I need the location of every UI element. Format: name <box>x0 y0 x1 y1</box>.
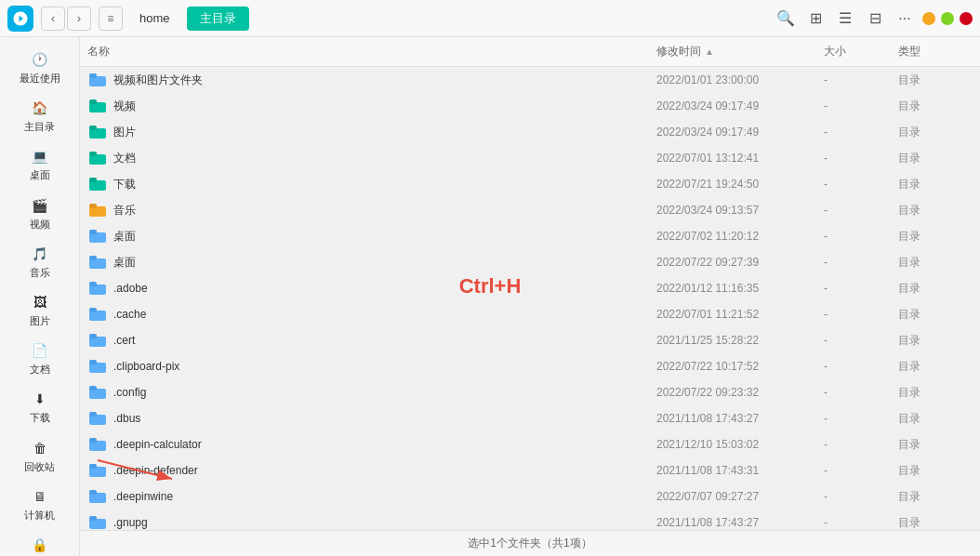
file-size: - <box>824 360 898 373</box>
file-type: 目录 <box>898 151 973 166</box>
file-name: 文档 <box>113 151 656 166</box>
tab-home[interactable]: home <box>126 7 183 29</box>
file-name: 视频和图片文件夹 <box>113 73 656 88</box>
more-button[interactable]: ··· <box>893 7 917 31</box>
col-mtime-header[interactable]: 修改时间 ▲ <box>656 44 824 60</box>
file-type: 目录 <box>898 281 973 297</box>
sidebar-label-docs: 文档 <box>30 364 50 376</box>
svg-rect-15 <box>89 256 97 260</box>
svg-rect-33 <box>89 490 97 495</box>
table-row[interactable]: .cert 2021/11/25 15:28:22 - 目录 <box>80 327 980 353</box>
grid-view-button[interactable]: ⊞ <box>803 7 828 31</box>
file-size: - <box>824 99 898 113</box>
sidebar-item-video[interactable]: 🎬视频 <box>4 190 75 236</box>
file-size: - <box>824 516 898 529</box>
folder-icon <box>87 96 108 116</box>
file-name: .clipboard-pix <box>113 360 656 373</box>
svg-rect-13 <box>89 230 97 234</box>
table-row[interactable]: 下载 2022/07/21 19:24:50 - 目录 <box>80 171 980 197</box>
close-button[interactable] <box>960 12 973 25</box>
table-row[interactable]: .deepinwine 2022/07/07 09:27:27 - 目录 <box>80 483 980 510</box>
file-name: 视频 <box>113 99 656 114</box>
file-size: - <box>824 282 898 295</box>
sidebar-label-desktop: 桌面 <box>30 169 50 181</box>
svg-rect-11 <box>89 204 97 208</box>
table-row[interactable]: .clipboard-pix 2022/07/22 10:17:52 - 目录 <box>80 353 980 379</box>
folder-icon <box>87 200 108 220</box>
file-type: 目录 <box>898 177 973 192</box>
file-name: .adobe <box>113 282 656 295</box>
table-row[interactable]: 视频 2022/03/24 09:17:49 - 目录 <box>80 93 980 119</box>
file-size: - <box>824 412 898 425</box>
table-row[interactable]: 文档 2022/07/01 13:12:41 - 目录 <box>80 145 980 171</box>
table-row[interactable]: .cache 2022/07/01 11:21:52 - 目录 <box>80 301 980 327</box>
maximize-button[interactable] <box>941 12 954 25</box>
file-mtime: 2022/07/01 11:21:52 <box>656 308 824 321</box>
table-row[interactable]: .adobe 2022/01/12 11:16:35 - 目录 <box>80 275 980 301</box>
table-row[interactable]: .deepin-calculator 2021/12/10 15:03:02 -… <box>80 431 980 457</box>
table-row[interactable]: 视频和图片文件夹 2022/01/01 23:00:00 - 目录 <box>80 67 980 93</box>
table-row[interactable]: .config 2022/07/22 09:23:32 - 目录 <box>80 379 980 405</box>
svg-rect-25 <box>89 386 97 391</box>
minimize-button[interactable] <box>922 12 935 25</box>
file-list: 视频和图片文件夹 2022/01/01 23:00:00 - 目录 视频 202… <box>80 67 980 530</box>
content-area: 名称 修改时间 ▲ 大小 类型 视频和图片文件夹 2022/01/01 23:0… <box>80 37 980 556</box>
folder-icon <box>87 434 108 455</box>
sidebar-item-home[interactable]: 🏠主目录 <box>4 92 75 139</box>
file-type: 目录 <box>898 255 973 271</box>
table-row[interactable]: .gnupg 2021/11/08 17:43:27 - 目录 <box>80 510 980 530</box>
file-name: .cert <box>113 334 656 347</box>
table-row[interactable]: 音乐 2022/03/24 09:13:57 - 目录 <box>80 197 980 223</box>
file-type: 目录 <box>898 333 973 349</box>
sidebar: 🕐最近使用🏠主目录💻桌面🎬视频🎵音乐🖼图片📄文档⬇下载🗑回收站🖥计算机🔒保险箱💽… <box>0 37 80 556</box>
folder-icon <box>87 70 108 90</box>
file-name: .dbus <box>113 412 656 425</box>
folder-icon <box>87 486 108 507</box>
sidebar-item-pictures[interactable]: 🖼图片 <box>4 286 75 333</box>
table-row[interactable]: 桌面 2022/07/02 11:20:12 - 目录 <box>80 223 980 249</box>
list-view-button[interactable]: ☰ <box>833 7 857 31</box>
svg-rect-1 <box>89 73 97 78</box>
folder-icon <box>87 408 108 429</box>
file-name: .deepin-defender <box>113 464 656 477</box>
downloads-icon: ⬇ <box>30 389 50 409</box>
tab-main[interactable]: 主目录 <box>187 7 249 31</box>
table-row[interactable]: 图片 2022/03/24 09:17:49 - 目录 <box>80 119 980 145</box>
sidebar-item-desktop[interactable]: 💻桌面 <box>4 140 75 187</box>
table-row[interactable]: .dbus 2021/11/08 17:43:27 - 目录 <box>80 405 980 431</box>
file-type: 目录 <box>898 359 973 375</box>
svg-rect-17 <box>89 282 97 286</box>
file-type: 目录 <box>898 385 973 401</box>
sidebar-item-trash[interactable]: 🗑回收站 <box>4 432 75 479</box>
sidebar-item-computer[interactable]: 🖥计算机 <box>4 481 75 527</box>
status-text: 选中1个文件夹（共1项） <box>468 536 591 551</box>
sidebar-item-docs[interactable]: 📄文档 <box>4 335 75 381</box>
table-row[interactable]: .deepin-defender 2021/11/08 17:43:31 - 目… <box>80 457 980 483</box>
file-type: 目录 <box>898 229 973 245</box>
file-type: 目录 <box>898 125 973 140</box>
app-logo <box>7 6 33 32</box>
tab-menu-button[interactable]: ≡ <box>99 7 123 31</box>
file-size: - <box>824 438 898 451</box>
table-row[interactable]: 桌面 2022/07/22 09:27:39 - 目录 <box>80 249 980 275</box>
file-type: 目录 <box>898 515 973 531</box>
folder-icon <box>87 330 108 351</box>
svg-rect-3 <box>89 99 97 104</box>
sidebar-item-vault[interactable]: 🔒保险箱 <box>4 529 75 556</box>
file-size: - <box>824 152 898 165</box>
detail-view-button[interactable]: ⊟ <box>863 7 887 31</box>
col-size-header: 大小 <box>824 44 898 60</box>
sidebar-item-recent[interactable]: 🕐最近使用 <box>4 44 75 90</box>
sidebar-item-downloads[interactable]: ⬇下载 <box>4 383 75 430</box>
sidebar-item-music[interactable]: 🎵音乐 <box>4 238 75 285</box>
status-bar: 选中1个文件夹（共1项） <box>80 530 980 556</box>
file-mtime: 2022/01/01 23:00:00 <box>656 73 824 86</box>
docs-icon: 📄 <box>30 340 50 361</box>
file-name: 桌面 <box>113 255 656 271</box>
svg-rect-27 <box>89 412 97 417</box>
forward-button[interactable]: › <box>67 7 91 31</box>
back-button[interactable]: ‹ <box>41 7 65 31</box>
file-name: .cache <box>113 308 656 321</box>
tab-area: ≡ home 主目录 <box>99 7 249 31</box>
search-button[interactable]: 🔍 <box>774 7 798 31</box>
